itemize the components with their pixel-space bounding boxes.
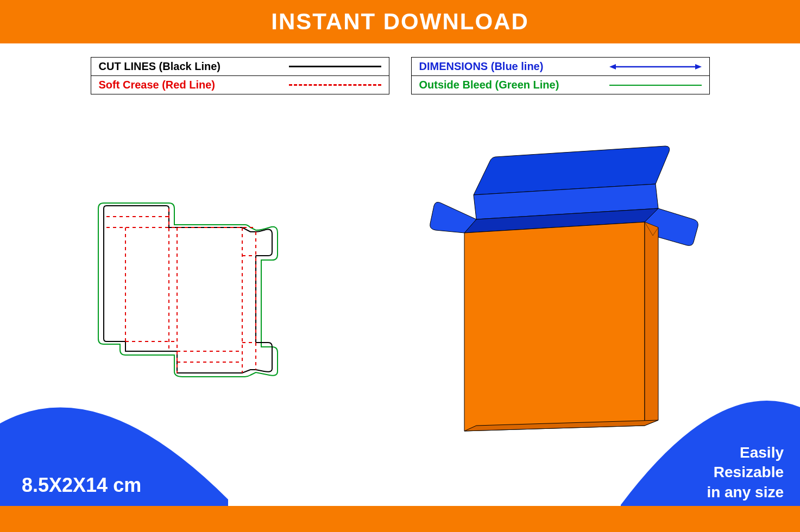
legend-label-cutlines: CUT LINES (Black Line) <box>99 60 221 73</box>
header-title: INSTANT DOWNLOAD <box>271 9 529 35</box>
legend-container: CUT LINES (Black Line) Soft Crease (Red … <box>0 57 800 94</box>
legend-row-dimensions: DIMENSIONS (Blue line) <box>412 58 709 75</box>
legend-row-bleed: Outside Bleed (Green Line) <box>412 75 709 94</box>
blue-arrow-icon <box>609 62 702 71</box>
resizable-line2: Resizable <box>707 463 784 482</box>
legend-row-crease: Soft Crease (Red Line) <box>91 75 389 94</box>
red-dashed-line-icon <box>289 84 381 86</box>
resizable-text: Easily Resizable in any size <box>707 443 784 502</box>
legend-label-dimensions: DIMENSIONS (Blue line) <box>419 60 544 73</box>
bleed-sample <box>604 85 702 86</box>
bottom-banner <box>0 506 800 532</box>
crease-sample <box>284 84 381 86</box>
resizable-line3: in any size <box>707 483 784 502</box>
green-line-icon <box>609 85 702 86</box>
svg-marker-2 <box>695 64 702 69</box>
legend-label-crease: Soft Crease (Red Line) <box>99 79 215 91</box>
top-banner: INSTANT DOWNLOAD <box>0 0 800 43</box>
dieline-template <box>90 200 286 379</box>
dimension-sample <box>604 62 702 71</box>
resizable-line1: Easily <box>707 443 784 463</box>
black-line-icon <box>289 66 381 67</box>
svg-marker-1 <box>609 64 616 69</box>
cutline-sample <box>284 66 381 67</box>
legend-box-left: CUT LINES (Black Line) Soft Crease (Red … <box>91 57 389 94</box>
legend-box-right: DIMENSIONS (Blue line) Outside Bleed (Gr… <box>411 57 710 94</box>
legend-label-bleed: Outside Bleed (Green Line) <box>419 79 559 91</box>
legend-row-cutlines: CUT LINES (Black Line) <box>91 58 389 75</box>
dimensions-text: 8.5X2X14 cm <box>22 474 141 497</box>
